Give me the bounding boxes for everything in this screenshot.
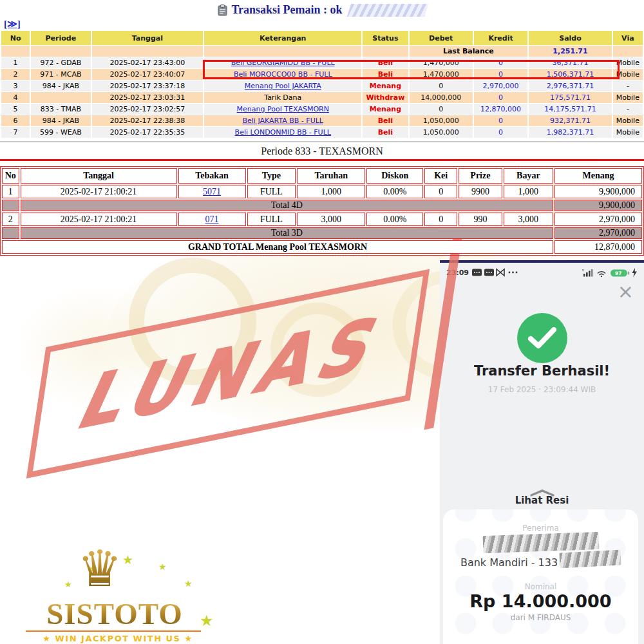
cell-debet: 1,050,000	[410, 115, 473, 126]
bet-row: 22025-02-17 21:00:21071FULL3,0000.00%099…	[2, 213, 642, 226]
cell-via: Mobile	[613, 115, 643, 126]
next-page-link[interactable]: [≫]	[4, 18, 21, 30]
total-value: 2,970,000	[554, 227, 642, 239]
empty-cell	[31, 46, 90, 57]
clipboard-icon	[218, 5, 227, 16]
cell-no: 6	[1, 115, 30, 126]
page-header: Transaksi Pemain : ok	[0, 3, 644, 17]
cell-no: 1	[2, 185, 19, 198]
keterangan-link[interactable]: Beli LONDONMID BB - FULL	[235, 128, 331, 137]
cell-no: 5	[1, 104, 30, 115]
wifi-icon	[598, 271, 605, 277]
column-header: No	[2, 168, 19, 184]
gold-ornament-watermark	[13, 283, 180, 412]
keterangan-link[interactable]: Beli MOROCCO00 BB - FULL	[234, 70, 332, 79]
lihat-resi-button[interactable]: Lihat Resi	[440, 495, 644, 506]
grand-total-row: GRAND TOTAL Menang Pool TEXASMORN12,870,…	[2, 240, 642, 254]
cell-diskon: 0.00%	[366, 213, 423, 226]
bet-row: 12025-02-17 21:00:215071FULL1,0000.00%09…	[2, 185, 642, 198]
table-row: 7599 - WEAB2025-02-17 22:35:35Beli LONDO…	[1, 127, 643, 138]
cell-via: -	[613, 80, 643, 91]
logo-tagline: ★ WIN JACKPOT WITH US ★	[24, 634, 211, 643]
keterangan-link[interactable]: Beli GEORGIAMIDD BB - FULL	[231, 59, 335, 67]
cell-kei: 0	[424, 185, 457, 198]
column-header: Menang	[554, 168, 642, 184]
cell-tanggal: 2025-02-17 22:35:35	[92, 127, 204, 138]
cell-no: 2	[1, 69, 30, 80]
cell-bayar: 1,000	[504, 185, 554, 198]
cell-tanggal: 2025-02-17 23:02:57	[92, 104, 204, 115]
grand-total-value: 12,870,000	[554, 240, 642, 254]
page-title: Transaksi Pemain : ok	[231, 3, 342, 17]
keterangan-link[interactable]: Menang Pool JAKARTA	[245, 82, 321, 90]
star-icon: ★	[122, 553, 133, 567]
keterangan-link[interactable]: Menang Pool TEXASMORN	[237, 105, 329, 113]
cell-status: Withdraw	[363, 92, 408, 103]
transfer-amount: Rp 14.000.000	[443, 591, 638, 611]
column-header: Keterangan	[204, 31, 361, 45]
keterangan-link[interactable]: Beli JAKARTA BB - FULL	[243, 117, 323, 125]
cell-tanggal: 2025-02-17 23:37:18	[92, 80, 204, 91]
bowtie-icon	[497, 269, 504, 276]
cell-status: Beli	[363, 115, 408, 126]
cell-periode: 599 - WEAB	[31, 127, 90, 138]
table-header-row: NoTanggalTebakanTypeTaruhanDiskonKeiPriz…	[2, 168, 642, 184]
cell-tanggal: 2025-02-17 23:43:00	[92, 57, 204, 68]
sistoto-logo: ★ ★ ★ ★ ★ ★ ♛ SISTOTO ★ WIN JACKPOT WITH…	[24, 553, 224, 644]
empty-cell	[1, 46, 30, 57]
red-divider-line	[0, 159, 644, 161]
column-header: Saldo	[529, 31, 612, 45]
nominal-label: Nominal	[443, 582, 638, 591]
column-header: Via	[613, 31, 643, 45]
cell-saldo: 175,571.71	[529, 92, 612, 103]
stamp-text: LUNAS	[71, 308, 384, 440]
column-header: Type	[247, 168, 296, 184]
cell-periode: 984 - JKAB	[31, 80, 90, 91]
svg-text:R: R	[582, 269, 584, 272]
cell-prize: 990	[459, 213, 502, 226]
star-icon: ★	[184, 578, 193, 589]
notification-icons	[472, 268, 518, 277]
cell-keterangan: Tarik Dana	[204, 92, 361, 103]
success-check-icon	[517, 313, 567, 363]
column-header: Kredit	[474, 31, 527, 45]
column-header: Taruhan	[297, 168, 365, 184]
cell-status: Beli	[363, 127, 408, 138]
column-header: Tanggal	[21, 168, 177, 184]
total-label: Total 4D	[21, 200, 554, 211]
battery-icon: 97	[611, 269, 629, 276]
close-icon[interactable]: ×	[618, 282, 634, 301]
cell-debet: 1,470,000	[410, 69, 473, 80]
tebakan-link[interactable]: 071	[205, 214, 219, 224]
lunas-paid-stamp: LUNAS	[0, 243, 516, 493]
column-header: Bayar	[504, 168, 554, 184]
phone-status-bar: 23:09 R	[446, 267, 639, 278]
bet-detail-table: NoTanggalTebakanTypeTaruhanDiskonKeiPriz…	[0, 166, 644, 256]
cell-tanggal: 2025-02-17 21:00:21	[21, 213, 177, 226]
transactions-table: NoPeriodeTanggalKeteranganStatusDebetKre…	[0, 30, 644, 138]
cell-via: Mobile	[613, 69, 643, 80]
battery-percent-text: 97	[615, 270, 621, 276]
table-row: 6984 - JKAB2025-02-17 22:38:38Beli JAKAR…	[1, 115, 643, 126]
star-icon: ★	[64, 580, 72, 589]
cell-keterangan: Beli MOROCCO00 BB - FULL	[204, 69, 361, 80]
cell-periode: 984 - JKAB	[31, 115, 90, 126]
recipient-name-redaction	[483, 532, 600, 553]
cell-debet: 0	[410, 104, 473, 115]
column-header: No	[1, 31, 30, 45]
cell-keterangan: Menang Pool JAKARTA	[204, 80, 361, 91]
empty-cell	[2, 227, 19, 239]
cell-kredit: 0	[474, 57, 527, 68]
penerima-label: Penerima	[443, 524, 638, 533]
empty-cell	[204, 46, 361, 57]
tebakan-link[interactable]: 5071	[203, 187, 221, 196]
column-header: Kei	[424, 168, 457, 184]
cell-bayar: 3,000	[504, 213, 554, 226]
table-row: 1972 - GDAB2025-02-17 23:43:00Beli GEORG…	[1, 57, 643, 68]
cell-no: 2	[2, 213, 19, 226]
cell-status: Beli	[363, 69, 408, 80]
cell-no: 1	[1, 57, 30, 68]
cell-prize: 9900	[459, 185, 502, 198]
bank-account-text: Bank Mandiri - 133	[460, 556, 558, 569]
player-name-redaction	[346, 4, 428, 17]
